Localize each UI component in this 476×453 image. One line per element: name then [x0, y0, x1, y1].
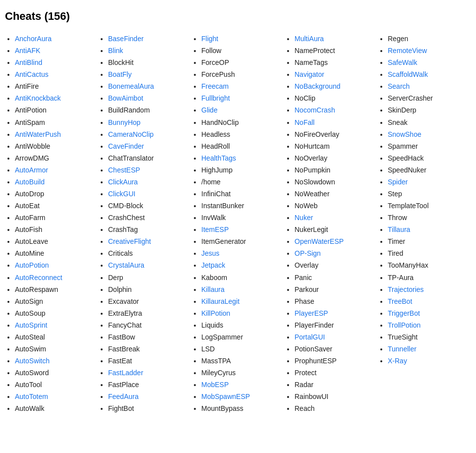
- cheat-link[interactable]: CameraNoClip: [108, 130, 154, 138]
- cheat-link[interactable]: ItemESP: [201, 226, 229, 233]
- cheat-link[interactable]: KillauraLegit: [201, 297, 239, 305]
- list-item: PotionSaver: [295, 343, 378, 355]
- cheat-link[interactable]: Trajectories: [388, 285, 424, 293]
- cheat-link[interactable]: CaveFinder: [108, 142, 144, 150]
- cheat-link[interactable]: AntiWaterPush: [15, 130, 61, 138]
- list-item: CrystalAura: [108, 259, 191, 271]
- cheat-link[interactable]: AutoReconnect: [15, 274, 62, 282]
- cheat-link[interactable]: AnchorAura: [15, 35, 52, 43]
- list-item: AntiWaterPush: [15, 128, 98, 140]
- cheat-link[interactable]: AutoSprint: [15, 321, 47, 329]
- cheat-link[interactable]: BunnyHop: [108, 118, 140, 126]
- list-item: AutoFarm: [15, 212, 98, 224]
- cheat-link[interactable]: Tillaura: [388, 226, 410, 233]
- list-item: FancyChat: [108, 319, 191, 331]
- cheat-link[interactable]: AutoArmor: [15, 166, 48, 174]
- cheat-link[interactable]: NoFall: [295, 118, 314, 126]
- cheat-link[interactable]: TreeBot: [388, 297, 412, 305]
- cheat-link[interactable]: CreativeFlight: [108, 237, 151, 245]
- cheat-link[interactable]: Killaura: [201, 285, 225, 293]
- list-item: Overlay: [295, 259, 378, 271]
- list-item: BoatFly: [108, 68, 191, 80]
- list-item: AutoSword: [15, 367, 98, 379]
- list-item: AnchorAura: [15, 33, 98, 45]
- cheat-link[interactable]: Flight: [201, 35, 218, 43]
- cheat-link[interactable]: Navigator: [295, 70, 324, 78]
- cheat-link[interactable]: TrollPotion: [388, 321, 420, 329]
- list-item: BunnyHop: [108, 116, 191, 128]
- cheat-link[interactable]: Search: [388, 82, 410, 90]
- list-item: FastPlace: [108, 379, 191, 391]
- cheat-link[interactable]: Blink: [108, 47, 123, 55]
- list-item: AutoReconnect: [15, 272, 98, 283]
- cheat-link[interactable]: ClickGUI: [108, 190, 135, 198]
- list-item: Navigator: [295, 68, 378, 80]
- cheat-link[interactable]: AntiCactus: [15, 70, 49, 78]
- list-item: TrueSight: [388, 331, 471, 343]
- cheat-link[interactable]: AntiAFK: [15, 47, 40, 55]
- cheat-link[interactable]: KillPotion: [201, 309, 230, 317]
- cheat-link[interactable]: Jetpack: [201, 261, 225, 269]
- cheat-link[interactable]: PortalGUI: [295, 333, 325, 341]
- cheat-link[interactable]: Nuker: [295, 214, 313, 222]
- cheat-link[interactable]: SafeWalk: [388, 58, 417, 66]
- list-item: CrashChest: [108, 212, 191, 224]
- cheat-link[interactable]: BaseFinder: [108, 35, 144, 43]
- list-item: SafeWalk: [388, 57, 471, 68]
- cheat-link[interactable]: AutoPotion: [15, 261, 49, 269]
- cheat-link[interactable]: Jesus: [201, 249, 220, 257]
- list-item: TriggerBot: [388, 307, 471, 319]
- list-item: ProphuntESP: [295, 355, 378, 367]
- cheat-link[interactable]: RemoteView: [388, 47, 427, 55]
- list-item: ClickAura: [108, 176, 191, 188]
- list-item: NoFall: [295, 116, 378, 128]
- cheat-link[interactable]: MultiAura: [295, 35, 324, 43]
- list-item: CaveFinder: [108, 140, 191, 152]
- cheat-link[interactable]: BowAimbot: [108, 94, 143, 102]
- list-item: NoWeather: [295, 188, 378, 200]
- cheat-link[interactable]: HealthTags: [201, 154, 236, 162]
- list-item: HighJump: [201, 164, 285, 176]
- cheat-link[interactable]: AntiBlind: [15, 58, 42, 66]
- cheat-link[interactable]: ScaffoldWalk: [388, 70, 428, 78]
- cheat-link[interactable]: CrystalAura: [108, 261, 144, 269]
- list-item: BuildRandom: [108, 104, 191, 116]
- cheat-link[interactable]: Freecam: [201, 82, 229, 90]
- cheat-link[interactable]: Tunneller: [388, 345, 416, 353]
- cheat-link[interactable]: PlayerESP: [295, 309, 328, 317]
- list-item: Liquids: [201, 319, 285, 331]
- cheat-link[interactable]: Spider: [388, 178, 408, 186]
- cheat-link[interactable]: TriggerBot: [388, 309, 420, 317]
- cheat-link[interactable]: MobESP: [201, 381, 229, 389]
- list-item: Fullbright: [201, 92, 285, 104]
- list-item: AntiPotion: [15, 104, 98, 116]
- list-item: InvWalk: [201, 212, 285, 224]
- cheat-link[interactable]: OP-Sign: [295, 249, 321, 257]
- list-item: BonemealAura: [108, 80, 191, 92]
- cheat-link[interactable]: BoatFly: [108, 70, 131, 78]
- cheat-link[interactable]: Glide: [201, 106, 218, 114]
- cheat-link[interactable]: AutoBuild: [15, 178, 45, 186]
- cheat-link[interactable]: BonemealAura: [108, 82, 154, 90]
- cheat-link[interactable]: AutoSwitch: [15, 357, 50, 365]
- list-item: Nuker: [295, 212, 378, 224]
- cheat-link[interactable]: AntiKnockback: [15, 94, 61, 102]
- list-item: HealthTags: [201, 152, 285, 164]
- cheat-link[interactable]: ClickAura: [108, 178, 138, 186]
- cheat-link[interactable]: NocomCrash: [295, 106, 335, 114]
- cheat-link[interactable]: MobSpawnESP: [201, 393, 250, 400]
- list-item: FastBreak: [108, 343, 191, 355]
- cheat-link[interactable]: OpenWaterESP: [295, 237, 344, 245]
- cheat-link[interactable]: FeedAura: [108, 393, 138, 400]
- list-item: Radar: [295, 379, 378, 391]
- cheat-link[interactable]: NoBackground: [295, 82, 341, 90]
- cheat-link[interactable]: SnowShoe: [388, 130, 421, 138]
- list-item: AntiBlind: [15, 57, 98, 68]
- cheat-link[interactable]: X-Ray: [388, 357, 407, 365]
- cheat-link[interactable]: ChestESP: [108, 166, 140, 174]
- cheat-link[interactable]: AutoTotem: [15, 393, 48, 400]
- list-item: CrashTag: [108, 224, 191, 235]
- list-item: SnowShoe: [388, 128, 471, 140]
- cheat-link[interactable]: Fullbright: [201, 94, 230, 102]
- cheat-link[interactable]: FastLadder: [108, 369, 143, 377]
